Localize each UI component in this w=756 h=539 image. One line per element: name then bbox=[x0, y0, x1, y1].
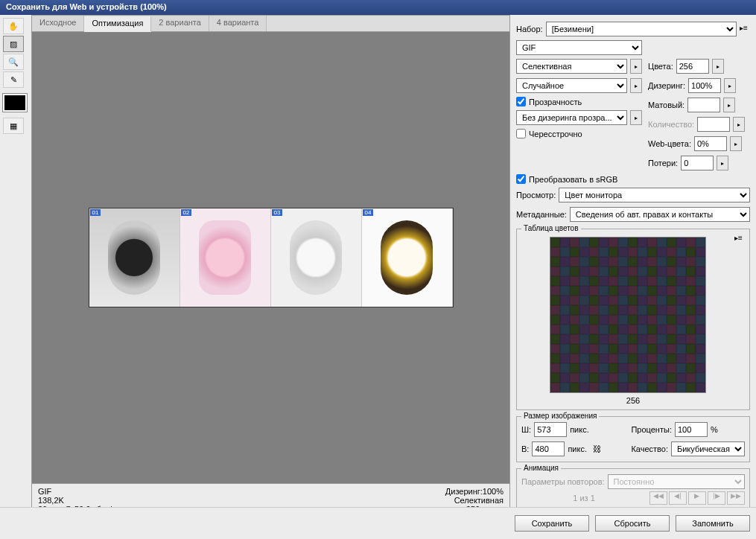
color-swatch[interactable] bbox=[696, 267, 705, 276]
color-swatch[interactable] bbox=[560, 286, 570, 296]
color-swatch[interactable] bbox=[570, 286, 579, 296]
color-swatch[interactable] bbox=[647, 286, 657, 296]
color-swatch[interactable] bbox=[570, 267, 579, 276]
color-swatch[interactable] bbox=[560, 247, 570, 257]
color-swatch[interactable] bbox=[599, 237, 609, 247]
color-swatch[interactable] bbox=[560, 267, 570, 276]
color-swatch[interactable] bbox=[589, 334, 599, 344]
color-swatch[interactable] bbox=[599, 363, 609, 373]
color-swatch[interactable] bbox=[676, 344, 686, 354]
color-swatch[interactable] bbox=[579, 247, 589, 257]
color-swatch[interactable] bbox=[550, 373, 560, 383]
color-swatch[interactable] bbox=[570, 315, 579, 325]
color-swatch[interactable] bbox=[599, 325, 609, 334]
color-swatch[interactable] bbox=[609, 383, 618, 392]
color-swatch[interactable] bbox=[618, 315, 628, 325]
color-swatch[interactable] bbox=[647, 305, 657, 315]
color-swatch[interactable] bbox=[609, 334, 618, 344]
color-swatch[interactable] bbox=[609, 363, 618, 373]
color-swatch[interactable] bbox=[560, 325, 570, 334]
color-swatch[interactable] bbox=[579, 334, 589, 344]
dither-stepper[interactable]: ▸ bbox=[724, 78, 736, 93]
websnap-stepper[interactable]: ▸ bbox=[730, 136, 742, 151]
color-swatch[interactable] bbox=[579, 344, 589, 354]
color-swatch[interactable] bbox=[696, 305, 705, 315]
color-swatch[interactable] bbox=[560, 305, 570, 315]
color-swatch[interactable] bbox=[696, 334, 705, 344]
dither-pct-input[interactable] bbox=[688, 78, 721, 93]
color-swatch[interactable] bbox=[579, 315, 589, 325]
color-swatch[interactable] bbox=[618, 296, 628, 305]
foreground-swatch[interactable] bbox=[3, 94, 27, 112]
tab-optimized[interactable]: Оптимизация bbox=[84, 16, 151, 32]
color-swatch[interactable] bbox=[570, 334, 579, 344]
color-swatch[interactable] bbox=[628, 334, 638, 344]
color-swatch[interactable] bbox=[579, 296, 589, 305]
color-swatch[interactable] bbox=[667, 296, 676, 305]
color-swatch[interactable] bbox=[696, 247, 705, 257]
color-swatch[interactable] bbox=[618, 247, 628, 257]
color-swatch[interactable] bbox=[560, 344, 570, 354]
color-swatch[interactable] bbox=[647, 354, 657, 363]
eyedropper-tool[interactable]: ✎ bbox=[3, 71, 24, 88]
color-swatch[interactable] bbox=[579, 267, 589, 276]
color-swatch[interactable] bbox=[579, 305, 589, 315]
color-swatch[interactable] bbox=[667, 315, 676, 325]
color-swatch[interactable] bbox=[609, 237, 618, 247]
color-swatch[interactable] bbox=[657, 344, 667, 354]
save-button[interactable]: Сохранить bbox=[515, 515, 589, 532]
color-swatch[interactable] bbox=[638, 383, 647, 392]
color-swatch[interactable] bbox=[638, 354, 647, 363]
color-swatch[interactable] bbox=[570, 305, 579, 315]
color-swatch[interactable] bbox=[696, 276, 705, 286]
color-swatch[interactable] bbox=[618, 354, 628, 363]
width-input[interactable] bbox=[534, 422, 567, 437]
preview-select[interactable]: Цвет монитора bbox=[559, 188, 750, 202]
reduction-select[interactable]: Селективная bbox=[516, 59, 627, 74]
color-swatch[interactable] bbox=[686, 334, 696, 344]
color-swatch[interactable] bbox=[609, 344, 618, 354]
color-swatch[interactable] bbox=[657, 334, 667, 344]
color-swatch[interactable] bbox=[667, 325, 676, 334]
color-swatch[interactable] bbox=[570, 257, 579, 267]
color-swatch[interactable] bbox=[589, 296, 599, 305]
color-swatch[interactable] bbox=[686, 237, 696, 247]
color-swatch[interactable] bbox=[686, 296, 696, 305]
color-swatch[interactable] bbox=[599, 286, 609, 296]
color-swatch[interactable] bbox=[667, 267, 676, 276]
color-swatch[interactable] bbox=[667, 247, 676, 257]
color-swatch[interactable] bbox=[589, 363, 599, 373]
play-button[interactable]: ▶ bbox=[688, 491, 706, 505]
metadata-select[interactable]: Сведения об авт. правах и контакты bbox=[570, 207, 750, 222]
color-swatch[interactable] bbox=[647, 257, 657, 267]
color-swatch[interactable] bbox=[676, 363, 686, 373]
color-swatch[interactable] bbox=[618, 373, 628, 383]
color-swatch[interactable] bbox=[647, 296, 657, 305]
color-swatch[interactable] bbox=[676, 276, 686, 286]
color-swatch[interactable] bbox=[550, 334, 560, 344]
color-swatch[interactable] bbox=[638, 315, 647, 325]
color-swatch[interactable] bbox=[609, 305, 618, 315]
color-swatch[interactable] bbox=[599, 354, 609, 363]
color-swatch[interactable] bbox=[618, 334, 628, 344]
color-swatch[interactable] bbox=[550, 363, 560, 373]
trans-dither-menu[interactable]: ▸ bbox=[630, 110, 642, 125]
color-swatch[interactable] bbox=[647, 344, 657, 354]
color-swatch[interactable] bbox=[579, 237, 589, 247]
color-swatch[interactable] bbox=[589, 305, 599, 315]
color-swatch[interactable] bbox=[667, 286, 676, 296]
color-swatch[interactable] bbox=[686, 267, 696, 276]
color-swatch[interactable] bbox=[618, 383, 628, 392]
color-swatch[interactable] bbox=[686, 344, 696, 354]
color-swatch[interactable] bbox=[560, 315, 570, 325]
colors-input[interactable] bbox=[676, 59, 709, 74]
color-swatch[interactable] bbox=[676, 247, 686, 257]
color-swatch[interactable] bbox=[667, 383, 676, 392]
color-swatch[interactable] bbox=[589, 237, 599, 247]
color-swatch[interactable] bbox=[657, 247, 667, 257]
preset-select[interactable]: [Безимени] bbox=[546, 22, 737, 36]
color-swatch[interactable] bbox=[560, 383, 570, 392]
color-swatch[interactable] bbox=[579, 373, 589, 383]
amount-stepper[interactable]: ▸ bbox=[733, 117, 745, 132]
lossy-input[interactable] bbox=[681, 156, 714, 170]
